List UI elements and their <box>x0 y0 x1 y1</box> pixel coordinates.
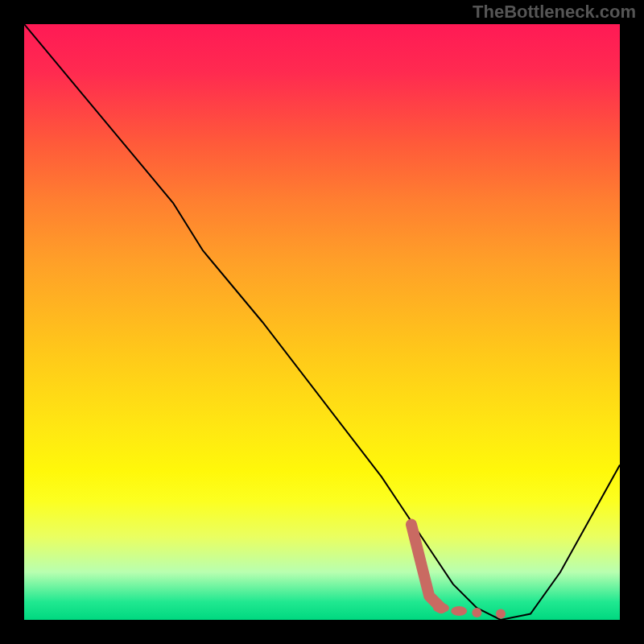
chart-svg <box>24 24 620 620</box>
optimal-marker-dot <box>496 609 506 619</box>
optimal-marker-dot <box>433 603 449 613</box>
watermark-text: TheBottleneck.com <box>473 2 636 23</box>
bottleneck-curve <box>24 24 620 620</box>
optimal-marker-dot <box>451 606 467 616</box>
plot-area <box>24 24 620 620</box>
optimal-marker-dot <box>472 608 481 617</box>
optimal-marker-line <box>411 525 441 609</box>
